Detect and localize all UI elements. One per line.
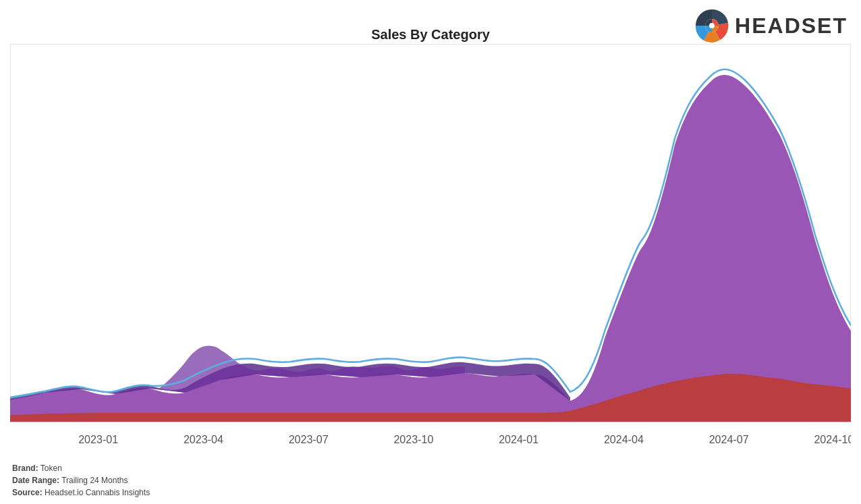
brand-value: Token [40,464,62,473]
svg-text:2023-07: 2023-07 [289,432,329,445]
chart-area: 2023-01 2023-04 2023-07 2023-10 2024-01 … [10,44,851,450]
svg-text:2023-10: 2023-10 [393,432,433,445]
chart-svg: 2023-01 2023-04 2023-07 2023-10 2024-01 … [10,44,851,450]
date-range-label: Date Range: [12,476,59,485]
chart-title: Sales By Category [0,27,861,43]
svg-text:2024-07: 2024-07 [709,432,749,445]
svg-text:2023-01: 2023-01 [78,432,118,445]
page-container: HEADSET Sales By Category EdibleFlowerOi… [0,0,861,504]
svg-text:2024-04: 2024-04 [604,432,644,445]
date-range-value: Trailing 24 Months [61,476,128,485]
svg-text:2023-04: 2023-04 [184,432,223,445]
svg-text:2024-10: 2024-10 [814,432,851,445]
footer-info: Brand: Token Date Range: Trailing 24 Mon… [12,462,150,499]
svg-text:2024-01: 2024-01 [499,432,538,445]
source-label: Source: [12,488,43,497]
brand-label: Brand: [12,464,38,473]
source-value: Headset.io Cannabis Insights [45,488,150,497]
